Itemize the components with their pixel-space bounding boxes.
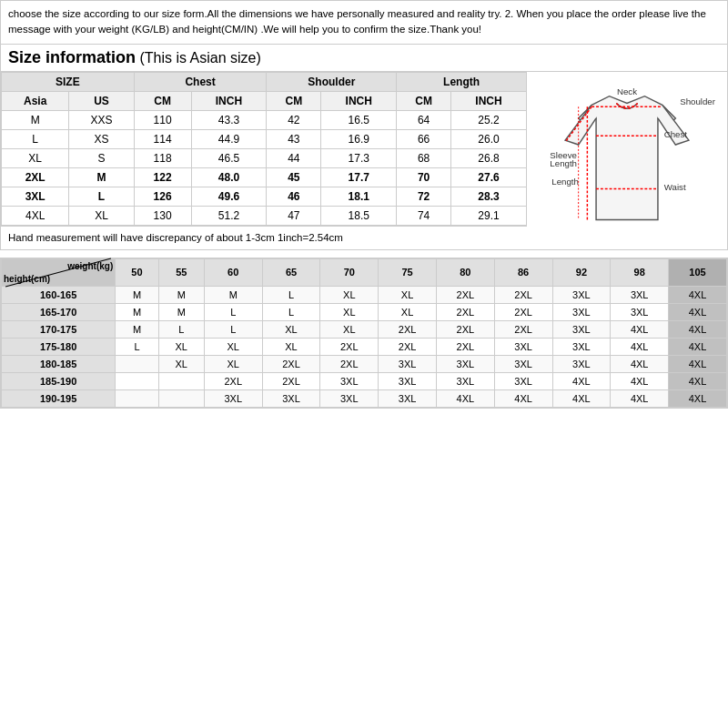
height-cell: 185-190 [2,372,116,389]
note-text: Hand measurement will have discrepancy o… [1,226,527,249]
size-cell: 2XL [379,338,437,355]
w70: 70 [320,258,379,286]
table-row: LXS11444.94316.96626.0 [2,129,527,148]
size-cell: L [262,303,320,320]
table-cell: 114 [134,129,191,148]
size-cell: XL [379,286,437,303]
size-cell: XL [320,303,379,320]
inch-header2: INCH [321,91,397,110]
size-cell: 2XL [436,338,494,355]
table-cell: 3XL [2,187,69,206]
size-cell: 3XL [379,355,437,372]
size-section: Size information (This is Asian size) SI… [0,44,728,250]
table-cell: S [69,148,134,167]
size-cell: XL [262,338,320,355]
weight-table-body: 160-165MMMLXLXL2XL2XL3XL3XL4XL165-170MML… [2,286,727,407]
table-cell: 118 [134,148,191,167]
w65: 65 [262,258,320,286]
size-cell: 3XL [494,338,552,355]
size-cell: L [262,286,320,303]
size-cell: 4XL [669,320,727,338]
size-cell: L [116,338,158,355]
table-cell: 122 [134,167,191,187]
size-cell: 2XL [436,303,494,320]
size-cell: 2XL [262,372,320,389]
size-cell: 4XL [611,320,669,338]
w50: 50 [116,258,158,286]
table-cell: M [69,167,134,187]
size-cell [116,355,158,372]
table-cell: 44 [267,148,321,167]
weight-table-row: 185-1902XL2XL3XL3XL3XL3XL4XL4XL4XL [2,372,727,389]
us-header: US [69,91,134,110]
height-cell: 165-170 [2,303,116,320]
size-table-body: MXXS11043.34216.56425.2LXS11444.94316.96… [2,110,527,225]
size-cell: 2XL [494,320,552,338]
shoulder-col-header: Shoulder [267,72,397,91]
table-row: 4XLXL13051.24718.57429.1 [2,206,527,225]
table-cell: 74 [397,206,451,225]
size-cell: M [158,286,204,303]
size-cell: XL [320,286,379,303]
table-cell: 17.7 [321,167,397,187]
weight-table-row: 170-175MLLXLXL2XL2XL2XL3XL4XL4XL [2,320,727,338]
cm-header3: CM [397,91,451,110]
size-diagram: Neck Shoulder Chest Waist Sleeve Length … [527,72,727,249]
size-cell: XL [320,320,379,338]
table-row: 2XLM12248.04517.77027.6 [2,167,527,187]
size-cell: 3XL [379,372,437,389]
size-cell [116,372,158,389]
table-cell: XS [69,129,134,148]
size-cell: 3XL [379,389,437,407]
svg-text:Waist: Waist [664,183,686,193]
table-cell: 47 [267,206,321,225]
size-cell [158,389,204,407]
size-cell: 3XL [320,372,379,389]
size-cell: 2XL [262,355,320,372]
size-cell: M [204,286,262,303]
weight-table: weight(kg) height(cm) 50 55 60 65 70 75 … [1,258,727,408]
size-cell: 3XL [552,303,611,320]
size-cell: XL [262,320,320,338]
size-cell: 4XL [669,303,727,320]
size-cell: 4XL [669,355,727,372]
size-cell: 4XL [669,338,727,355]
size-cell: XL [204,338,262,355]
size-cell: 3XL [552,355,611,372]
table-cell: 43.3 [191,110,267,129]
weight-table-row: 165-170MMLLXLXL2XL2XL3XL3XL4XL [2,303,727,320]
table-cell: XL [69,206,134,225]
height-cell: 170-175 [2,320,116,338]
size-cell: 4XL [669,372,727,389]
size-cell: 3XL [436,355,494,372]
weight-height-section: weight(kg) height(cm) 50 55 60 65 70 75 … [0,258,728,409]
table-cell: 66 [397,129,451,148]
table-cell: XXS [69,110,134,129]
table-cell: 26.8 [451,148,527,167]
diagram-svg: Neck Shoulder Chest Waist Sleeve Length … [536,87,718,233]
table-cell: 46.5 [191,148,267,167]
table-cell: L [69,187,134,206]
table-cell: 49.6 [191,187,267,206]
size-cell: 2XL [494,286,552,303]
size-cell: 3XL [436,372,494,389]
table-cell: 28.3 [451,187,527,206]
size-col-header: SIZE [2,72,135,91]
table-cell: 48.0 [191,167,267,187]
w55: 55 [158,258,204,286]
size-cell: 4XL [669,389,727,407]
table-row: MXXS11043.34216.56425.2 [2,110,527,129]
size-cell [116,389,158,407]
table-cell: 17.3 [321,148,397,167]
table-cell: 43 [267,129,321,148]
size-cell: 3XL [494,372,552,389]
cm-header2: CM [267,91,321,110]
size-cell: 4XL [436,389,494,407]
svg-text:Length: Length [550,158,577,168]
size-cell: 2XL [436,320,494,338]
w60: 60 [204,258,262,286]
size-cell: 3XL [552,320,611,338]
table-cell: 29.1 [451,206,527,225]
table-cell: 70 [397,167,451,187]
size-cell [158,372,204,389]
